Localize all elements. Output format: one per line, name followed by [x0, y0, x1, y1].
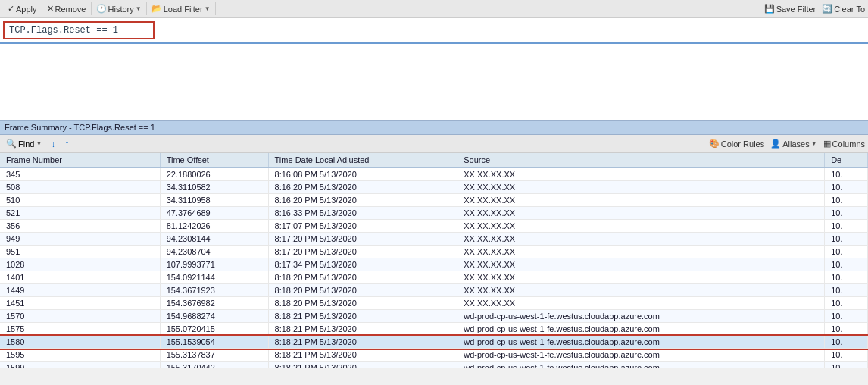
- col-dest[interactable]: De: [825, 153, 868, 167]
- col-source[interactable]: Source: [457, 153, 825, 167]
- clear-icon: 🔄: [822, 4, 832, 14]
- table-row[interactable]: 35681.12420268:17:07 PM 5/13/2020XX.XX.X…: [0, 220, 868, 233]
- find-up-button[interactable]: ↑: [61, 138, 72, 150]
- table-row[interactable]: 1028107.99937718:17:34 PM 5/13/2020XX.XX…: [0, 258, 868, 271]
- remove-icon: ✕: [47, 4, 54, 14]
- load-icon: 📂: [151, 4, 162, 14]
- apply-icon: ✓: [8, 4, 14, 14]
- table-row[interactable]: 1401154.09211448:18:20 PM 5/13/2020XX.XX…: [0, 271, 868, 284]
- find-button[interactable]: 🔍 Find ▼: [3, 138, 45, 149]
- filter-area: TCP.Flags.Reset == 1: [0, 18, 868, 44]
- table-row[interactable]: 94994.23081448:17:20 PM 5/13/2020XX.XX.X…: [0, 233, 868, 246]
- load-filter-button[interactable]: 📂 Load Filter ▼: [147, 2, 216, 15]
- aliases-button[interactable]: 👤 Aliases ▼: [770, 139, 816, 149]
- table-row[interactable]: 50834.31105828:16:20 PM 5/13/2020XX.XX.X…: [0, 181, 868, 194]
- find-toolbar-right: 🎨 Color Rules 👤 Aliases ▼ ▦ Columns: [709, 139, 865, 149]
- frame-summary-label: Frame Summary - TCP.Flags.Reset == 1: [5, 123, 155, 132]
- table-row[interactable]: 1449154.36719238:18:20 PM 5/13/2020XX.XX…: [0, 284, 868, 297]
- table-row[interactable]: 34522.18800268:16:08 PM 5/13/2020XX.XX.X…: [0, 167, 868, 181]
- table-row[interactable]: 1575155.07204158:18:21 PM 5/13/2020wd-pr…: [0, 323, 868, 336]
- columns-icon: ▦: [823, 139, 831, 149]
- filter-input[interactable]: TCP.Flags.Reset == 1: [3, 21, 155, 39]
- table-row[interactable]: 1595155.31378378:18:21 PM 5/13/2020wd-pr…: [0, 349, 868, 362]
- find-dropdown-icon: ▼: [36, 140, 42, 147]
- find-toolbar: 🔍 Find ▼ ↓ ↑ 🎨 Color Rules 👤 Aliases ▼ ▦…: [0, 135, 868, 153]
- load-dropdown-icon: ▼: [205, 5, 211, 12]
- table-row[interactable]: 1599155.31704428:18:21 PM 5/13/2020wd-pr…: [0, 362, 868, 369]
- apply-button[interactable]: ✓ Apply: [3, 2, 42, 15]
- table-row[interactable]: 51034.31109588:16:20 PM 5/13/2020XX.XX.X…: [0, 194, 868, 207]
- empty-area: [0, 44, 868, 120]
- history-dropdown-icon: ▼: [136, 5, 142, 12]
- col-time-offset[interactable]: Time Offset: [160, 153, 268, 167]
- table-header-row: Frame Number Time Offset Time Date Local…: [0, 153, 868, 167]
- aliases-dropdown-icon: ▼: [811, 140, 817, 147]
- find-down-button[interactable]: ↓: [48, 138, 58, 150]
- find-icon: 🔍: [6, 139, 17, 149]
- table-row[interactable]: 1570154.96882748:18:21 PM 5/13/2020wd-pr…: [0, 310, 868, 323]
- history-button[interactable]: 🕐 History ▼: [92, 2, 147, 15]
- col-frame-number[interactable]: Frame Number: [0, 153, 160, 167]
- find-toolbar-left: 🔍 Find ▼ ↓ ↑: [3, 138, 72, 150]
- table-row[interactable]: 1451154.36769828:18:20 PM 5/13/2020XX.XX…: [0, 297, 868, 310]
- top-toolbar: ✓ Apply ✕ Remove 🕐 History ▼ 📂 Load Filt…: [0, 0, 868, 18]
- table-body: 34522.18800268:16:08 PM 5/13/2020XX.XX.X…: [0, 167, 868, 368]
- table-row[interactable]: 1580155.15390548:18:21 PM 5/13/2020wd-pr…: [0, 336, 868, 349]
- frame-summary-bar: Frame Summary - TCP.Flags.Reset == 1: [0, 120, 868, 135]
- history-icon: 🕐: [96, 4, 107, 14]
- color-rules-button[interactable]: 🎨 Color Rules: [709, 139, 764, 149]
- table-row[interactable]: 52147.37646898:16:33 PM 5/13/2020XX.XX.X…: [0, 207, 868, 220]
- color-rules-icon: 🎨: [709, 139, 720, 149]
- save-icon: 💾: [764, 4, 775, 14]
- toolbar-right: 💾 Save Filter 🔄 Clear To: [764, 4, 865, 14]
- col-time-date[interactable]: Time Date Local Adjusted: [268, 153, 457, 167]
- aliases-icon: 👤: [770, 139, 781, 149]
- clear-to-button[interactable]: 🔄 Clear To: [822, 4, 865, 14]
- table-row[interactable]: 95194.23087048:17:20 PM 5/13/2020XX.XX.X…: [0, 246, 868, 258]
- remove-button[interactable]: ✕ Remove: [42, 2, 92, 15]
- columns-button[interactable]: ▦ Columns: [823, 139, 865, 149]
- table-container: Frame Number Time Offset Time Date Local…: [0, 153, 868, 368]
- save-filter-button[interactable]: 💾 Save Filter: [764, 4, 816, 14]
- frames-table: Frame Number Time Offset Time Date Local…: [0, 153, 868, 368]
